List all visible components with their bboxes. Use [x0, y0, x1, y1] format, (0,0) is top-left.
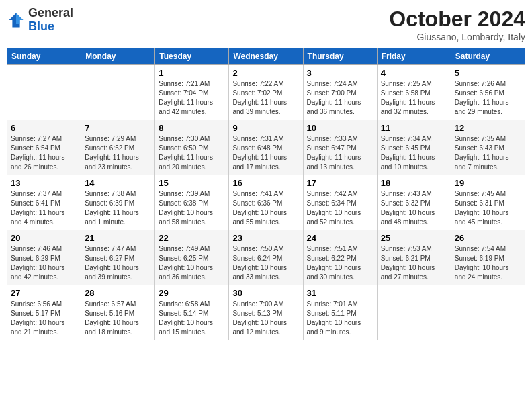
calendar: Sunday Monday Tuesday Wednesday Thursday…: [7, 48, 525, 340]
day-info: Sunrise: 7:39 AM Sunset: 6:38 PM Dayligh…: [159, 189, 225, 227]
day-info: Sunrise: 7:31 AM Sunset: 6:48 PM Dayligh…: [232, 134, 299, 172]
day-number: 12: [455, 123, 521, 133]
day-info: Sunrise: 7:33 AM Sunset: 6:47 PM Dayligh…: [307, 134, 373, 172]
calendar-cell: 24Sunrise: 7:51 AM Sunset: 6:22 PM Dayli…: [303, 230, 377, 285]
day-info: Sunrise: 7:42 AM Sunset: 6:34 PM Dayligh…: [307, 189, 373, 227]
day-number: 29: [159, 288, 225, 298]
day-info: Sunrise: 7:38 AM Sunset: 6:39 PM Dayligh…: [85, 189, 151, 227]
calendar-cell: 19Sunrise: 7:45 AM Sunset: 6:31 PM Dayli…: [451, 175, 525, 230]
day-number: 9: [232, 123, 299, 133]
day-info: Sunrise: 7:54 AM Sunset: 6:19 PM Dayligh…: [455, 244, 521, 282]
calendar-cell: 18Sunrise: 7:43 AM Sunset: 6:32 PM Dayli…: [377, 175, 451, 230]
calendar-cell: 2Sunrise: 7:22 AM Sunset: 7:02 PM Daylig…: [229, 65, 303, 120]
day-info: Sunrise: 7:46 AM Sunset: 6:29 PM Dayligh…: [11, 244, 77, 282]
day-info: Sunrise: 7:53 AM Sunset: 6:21 PM Dayligh…: [381, 244, 447, 282]
calendar-cell: 29Sunrise: 6:58 AM Sunset: 5:14 PM Dayli…: [155, 285, 229, 340]
day-info: Sunrise: 7:22 AM Sunset: 7:02 PM Dayligh…: [232, 79, 299, 117]
logo-general: General: [28, 6, 73, 19]
day-info: Sunrise: 7:50 AM Sunset: 6:24 PM Dayligh…: [232, 244, 299, 282]
day-number: 17: [307, 178, 373, 188]
logo-icon: [7, 11, 26, 30]
calendar-cell: 6Sunrise: 7:27 AM Sunset: 6:54 PM Daylig…: [7, 120, 81, 175]
day-number: 16: [232, 178, 299, 188]
calendar-cell: 28Sunrise: 6:57 AM Sunset: 5:16 PM Dayli…: [81, 285, 155, 340]
day-number: 30: [232, 288, 299, 298]
day-number: 21: [85, 233, 151, 243]
day-number: 11: [381, 123, 447, 133]
day-number: 15: [159, 178, 225, 188]
day-number: 5: [455, 68, 521, 78]
calendar-cell: 9Sunrise: 7:31 AM Sunset: 6:48 PM Daylig…: [229, 120, 303, 175]
calendar-week-5: 27Sunrise: 6:56 AM Sunset: 5:17 PM Dayli…: [7, 285, 525, 340]
calendar-cell: 26Sunrise: 7:54 AM Sunset: 6:19 PM Dayli…: [451, 230, 525, 285]
day-info: Sunrise: 7:43 AM Sunset: 6:32 PM Dayligh…: [381, 189, 447, 227]
day-info: Sunrise: 7:30 AM Sunset: 6:50 PM Dayligh…: [159, 134, 225, 172]
calendar-cell: 5Sunrise: 7:26 AM Sunset: 6:56 PM Daylig…: [451, 65, 525, 120]
day-number: 27: [11, 288, 77, 298]
col-monday: Monday: [81, 48, 155, 65]
calendar-week-4: 20Sunrise: 7:46 AM Sunset: 6:29 PM Dayli…: [7, 230, 525, 285]
calendar-cell: 10Sunrise: 7:33 AM Sunset: 6:47 PM Dayli…: [303, 120, 377, 175]
calendar-cell: 27Sunrise: 6:56 AM Sunset: 5:17 PM Dayli…: [7, 285, 81, 340]
calendar-header: Sunday Monday Tuesday Wednesday Thursday…: [7, 48, 525, 65]
calendar-cell: [377, 285, 451, 340]
calendar-cell: 15Sunrise: 7:39 AM Sunset: 6:38 PM Dayli…: [155, 175, 229, 230]
location: Giussano, Lombardy, Italy: [389, 32, 525, 42]
col-saturday: Saturday: [451, 48, 525, 65]
day-info: Sunrise: 7:51 AM Sunset: 6:22 PM Dayligh…: [307, 244, 373, 282]
calendar-week-3: 13Sunrise: 7:37 AM Sunset: 6:41 PM Dayli…: [7, 175, 525, 230]
calendar-cell: 23Sunrise: 7:50 AM Sunset: 6:24 PM Dayli…: [229, 230, 303, 285]
calendar-cell: [451, 285, 525, 340]
col-tuesday: Tuesday: [155, 48, 229, 65]
day-info: Sunrise: 7:26 AM Sunset: 6:56 PM Dayligh…: [455, 79, 521, 117]
calendar-body: 1Sunrise: 7:21 AM Sunset: 7:04 PM Daylig…: [7, 65, 525, 340]
calendar-cell: 3Sunrise: 7:24 AM Sunset: 7:00 PM Daylig…: [303, 65, 377, 120]
day-number: 18: [381, 178, 447, 188]
day-number: 31: [307, 288, 373, 298]
col-thursday: Thursday: [303, 48, 377, 65]
col-wednesday: Wednesday: [229, 48, 303, 65]
calendar-week-2: 6Sunrise: 7:27 AM Sunset: 6:54 PM Daylig…: [7, 120, 525, 175]
day-number: 1: [159, 68, 225, 78]
calendar-cell: 8Sunrise: 7:30 AM Sunset: 6:50 PM Daylig…: [155, 120, 229, 175]
day-info: Sunrise: 6:58 AM Sunset: 5:14 PM Dayligh…: [159, 300, 225, 337]
logo: General Blue: [7, 7, 73, 34]
calendar-cell: 31Sunrise: 7:01 AM Sunset: 5:11 PM Dayli…: [303, 285, 377, 340]
calendar-cell: 21Sunrise: 7:47 AM Sunset: 6:27 PM Dayli…: [81, 230, 155, 285]
month-title: October 2024: [389, 7, 525, 32]
day-info: Sunrise: 7:01 AM Sunset: 5:11 PM Dayligh…: [307, 300, 373, 337]
day-number: 10: [307, 123, 373, 133]
calendar-cell: 16Sunrise: 7:41 AM Sunset: 6:36 PM Dayli…: [229, 175, 303, 230]
day-number: 13: [11, 178, 77, 188]
day-number: 24: [307, 233, 373, 243]
calendar-cell: 12Sunrise: 7:35 AM Sunset: 6:43 PM Dayli…: [451, 120, 525, 175]
day-info: Sunrise: 7:47 AM Sunset: 6:27 PM Dayligh…: [85, 244, 151, 282]
calendar-cell: 11Sunrise: 7:34 AM Sunset: 6:45 PM Dayli…: [377, 120, 451, 175]
day-info: Sunrise: 7:27 AM Sunset: 6:54 PM Dayligh…: [11, 134, 77, 172]
calendar-cell: [81, 65, 155, 120]
day-number: 20: [11, 233, 77, 243]
day-info: Sunrise: 6:57 AM Sunset: 5:16 PM Dayligh…: [85, 300, 151, 337]
day-info: Sunrise: 7:37 AM Sunset: 6:41 PM Dayligh…: [11, 189, 77, 227]
calendar-cell: 7Sunrise: 7:29 AM Sunset: 6:52 PM Daylig…: [81, 120, 155, 175]
calendar-cell: 1Sunrise: 7:21 AM Sunset: 7:04 PM Daylig…: [155, 65, 229, 120]
calendar-cell: 20Sunrise: 7:46 AM Sunset: 6:29 PM Dayli…: [7, 230, 81, 285]
day-info: Sunrise: 7:35 AM Sunset: 6:43 PM Dayligh…: [455, 134, 521, 172]
day-number: 4: [381, 68, 447, 78]
day-info: Sunrise: 7:34 AM Sunset: 6:45 PM Dayligh…: [381, 134, 447, 172]
calendar-week-1: 1Sunrise: 7:21 AM Sunset: 7:04 PM Daylig…: [7, 65, 525, 120]
calendar-cell: [7, 65, 81, 120]
day-info: Sunrise: 7:41 AM Sunset: 6:36 PM Dayligh…: [232, 189, 299, 227]
day-number: 25: [381, 233, 447, 243]
day-info: Sunrise: 7:49 AM Sunset: 6:25 PM Dayligh…: [159, 244, 225, 282]
day-info: Sunrise: 7:00 AM Sunset: 5:13 PM Dayligh…: [232, 300, 299, 337]
day-number: 6: [11, 123, 77, 133]
day-number: 19: [455, 178, 521, 188]
day-info: Sunrise: 6:56 AM Sunset: 5:17 PM Dayligh…: [11, 300, 77, 337]
page-header: General Blue October 2024 Giussano, Lomb…: [7, 7, 525, 42]
calendar-cell: 30Sunrise: 7:00 AM Sunset: 5:13 PM Dayli…: [229, 285, 303, 340]
col-sunday: Sunday: [7, 48, 81, 65]
calendar-cell: 13Sunrise: 7:37 AM Sunset: 6:41 PM Dayli…: [7, 175, 81, 230]
calendar-cell: 17Sunrise: 7:42 AM Sunset: 6:34 PM Dayli…: [303, 175, 377, 230]
svg-marker-1: [16, 13, 24, 24]
